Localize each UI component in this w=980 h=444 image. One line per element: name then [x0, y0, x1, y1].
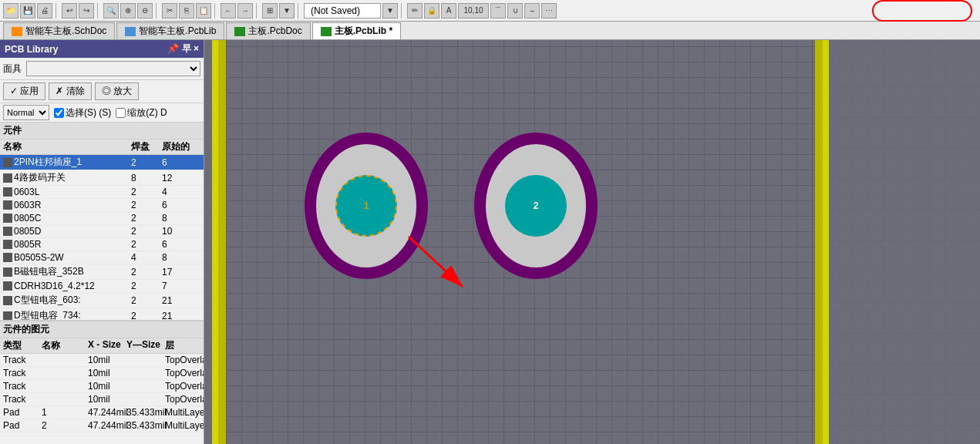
component-list-item[interactable]: C型钮电容_603: 2 21	[0, 293, 204, 308]
toolbar-letter-a[interactable]: A	[441, 3, 456, 18]
comp-pads: 2	[131, 200, 162, 210]
det-xsize: 47.244mil	[88, 407, 126, 418]
component-list-item[interactable]: CDRH3D16_4.2*12 2 7	[0, 280, 204, 293]
comp-original: 10	[162, 226, 200, 237]
det-name	[42, 355, 88, 365]
comp-original: 8	[162, 213, 200, 224]
action-bar: ✓ 应用 ✗ 清除 ◎ 放大	[0, 80, 204, 103]
details-row: Track 10mil TopOverlay	[0, 380, 204, 393]
sep-3	[156, 3, 159, 18]
det-xsize: 10mil	[88, 394, 126, 405]
details-panel: 元件的图元 类型 名称 X - Size Y—Size 层 Track 10mi…	[0, 321, 204, 444]
face-dropdown[interactable]	[26, 61, 200, 76]
tab-pcbdoc-icon	[234, 27, 245, 36]
component-list-item[interactable]: 0603L 2 4	[0, 186, 204, 199]
toolbar-curve2[interactable]: ∪	[507, 3, 523, 18]
component-list-item[interactable]: 4路拨码开关 8 12	[0, 170, 204, 186]
chip-icon	[3, 281, 12, 291]
toolbar-icon-zoom3[interactable]: ⊖	[137, 3, 153, 18]
comp-pads: 2	[131, 295, 162, 306]
comp-name: C型钮电容_603:	[3, 294, 131, 307]
component-list: 名称 焊盘 原始的 2PIN柱邦插座_1 2 6 4路拨码开关 8 12 060…	[0, 140, 204, 321]
toolbar-coord[interactable]: 10,10	[458, 3, 489, 18]
toolbar-pencil[interactable]: ✏	[407, 3, 423, 18]
pad-1-middle: 1	[316, 144, 416, 267]
component-list-item[interactable]: B磁钮电容_352B 2 17	[0, 264, 204, 280]
comp-original: 6	[162, 157, 200, 168]
panel-header: PCB Library 📌 早 ×	[0, 40, 204, 58]
comp-original: 8	[162, 252, 200, 263]
tab-pcb[interactable]: 智能车主板.PcbLib	[116, 22, 224, 39]
tab-pcbdoc-label: 主板.PcbDoc	[248, 25, 301, 38]
tab-pcbdoc[interactable]: 主板.PcbDoc	[226, 22, 310, 39]
zoom-checkbox-label[interactable]: 缩放(Z) D	[116, 106, 167, 119]
det-ysize: 35.433mil	[126, 407, 165, 418]
pad-2-inner: 2	[505, 175, 567, 237]
options-bar: Normal 选择(S) (S) 缩放(Z) D	[0, 103, 204, 123]
comp-pads: 2	[131, 157, 162, 168]
toolbar-icon-zoom2[interactable]: ⊕	[120, 3, 136, 18]
tab-sch[interactable]: 智能车主板.SchDoc	[3, 22, 115, 39]
component-list-item[interactable]: B0505S-2W 4 8	[0, 251, 204, 264]
toolbar-icon-paste[interactable]: 📋	[196, 3, 211, 18]
toolbar-icon-5[interactable]: ↪	[79, 3, 94, 18]
component-list-item[interactable]: 0805R 2 6	[0, 238, 204, 251]
pad-2-container: 2	[474, 133, 598, 279]
det-xsize: 47.244mil	[88, 420, 126, 431]
det-layer: TopOverlay	[165, 355, 204, 365]
toolbar-icon-3[interactable]: 🖨	[37, 3, 52, 18]
comp-original: 6	[162, 200, 200, 210]
comp-name: 2PIN柱邦插座_1	[3, 156, 131, 169]
component-list-item[interactable]: 0805D 2 10	[0, 225, 204, 238]
component-list-item[interactable]: 2PIN柱邦插座_1 2 6	[0, 155, 204, 170]
mode-select[interactable]: Normal	[3, 105, 49, 120]
sep-5	[256, 3, 259, 18]
toolbar-icon-v[interactable]: ▼	[279, 3, 295, 18]
main-toolbar: 📁 💾 🖨 ↩ ↪ 🔍 ⊕ ⊖ ✂ ⎘ 📋 ← → ⊞ ▼ (Not Saved…	[0, 0, 980, 22]
comp-original: 21	[162, 295, 200, 306]
toolbar-icon-4[interactable]: ↩	[62, 3, 77, 18]
component-list-item[interactable]: D型钮电容_734: 2 21	[0, 308, 204, 321]
comp-pads: 2	[131, 281, 162, 291]
toolbar-icon-grid[interactable]: ⊞	[262, 3, 278, 18]
tab-sch-icon	[12, 27, 22, 36]
zoom-checkbox[interactable]	[116, 108, 126, 118]
clear-button[interactable]: ✗ 清除	[49, 82, 91, 100]
toolbar-dropdown-btn[interactable]: ▼	[382, 3, 398, 18]
component-list-item[interactable]: 0603R 2 6	[0, 199, 204, 212]
select-checkbox[interactable]	[54, 108, 64, 118]
det-type: Track	[3, 394, 42, 405]
det-layer: TopOverlay	[165, 394, 204, 405]
toolbar-lock[interactable]: 🔒	[424, 3, 439, 18]
tab-main[interactable]: 主板.PcbLib *	[312, 22, 401, 39]
toolbar-more[interactable]: ⋯	[541, 3, 557, 18]
chip-icon	[3, 311, 12, 321]
apply-button[interactable]: ✓ 应用	[3, 82, 45, 100]
det-layer: TopOverlay	[165, 368, 204, 378]
details-row: Track 10mil TopOverlay	[0, 354, 204, 367]
select-checkbox-label[interactable]: 选择(S) (S)	[54, 106, 111, 119]
toolbar-icon-left[interactable]: ←	[221, 3, 236, 18]
toolbar-icon-zoom[interactable]: 🔍	[103, 3, 119, 18]
toolbar-icon-2[interactable]: 💾	[20, 3, 35, 18]
toolbar-curve3[interactable]: ⌣	[524, 3, 540, 18]
comp-name: 0805D	[3, 226, 131, 237]
det-type: Track	[3, 368, 42, 378]
toolbar-curve1[interactable]: ⌒	[490, 3, 506, 18]
comp-name: 4路拨码开关	[3, 171, 131, 184]
toolbar-icon-copy[interactable]: ⎘	[179, 3, 194, 18]
toolbar-icon-right[interactable]: →	[237, 3, 253, 18]
details-row: Track 10mil TopOverlay	[0, 367, 204, 380]
tab-main-icon	[321, 27, 332, 36]
zoom-button[interactable]: ◎ 放大	[95, 82, 139, 100]
toolbar-icon-move[interactable]: ✂	[162, 3, 177, 18]
chip-icon	[3, 187, 12, 197]
det-xsize: 10mil	[88, 368, 126, 378]
component-list-item[interactable]: 0805C 2 8	[0, 212, 204, 225]
det-ysize	[126, 355, 165, 365]
toolbar-icon-1[interactable]: 📁	[3, 3, 19, 18]
face-selector: 面具	[0, 58, 204, 80]
panel-pin-icon[interactable]: 📌 早 ×	[167, 42, 199, 56]
det-ysize: 35.433mil	[126, 420, 165, 431]
det-type: Track	[3, 355, 42, 365]
